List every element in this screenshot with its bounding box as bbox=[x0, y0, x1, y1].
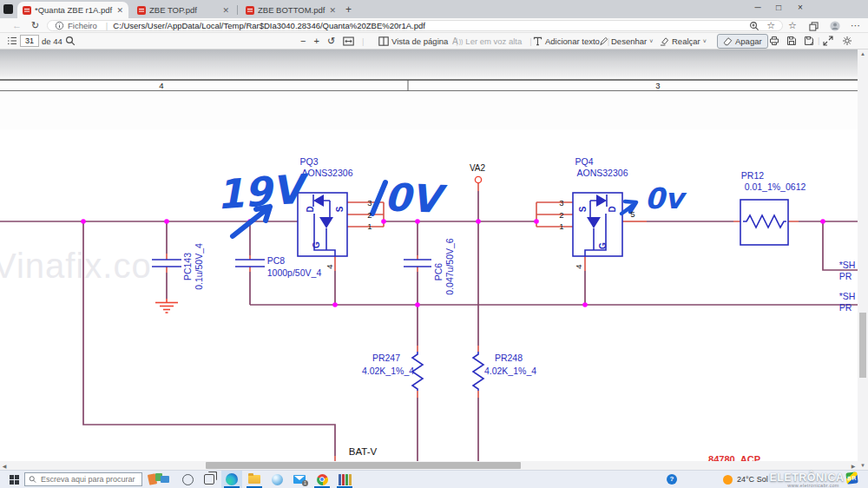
read-aloud-button[interactable]: A)) Ler em voz alta | bbox=[452, 33, 532, 49]
chevron-down-icon[interactable]: ˅ bbox=[703, 38, 707, 44]
tab-title: ZBE TOP.pdf bbox=[149, 5, 219, 15]
search-icon[interactable] bbox=[65, 36, 76, 46]
save-icon[interactable] bbox=[786, 36, 797, 46]
draw-label: Desenhar bbox=[611, 36, 647, 46]
highlighter-icon bbox=[660, 36, 669, 46]
zoom-page-icon[interactable] bbox=[749, 21, 760, 31]
scroll-left-arrow[interactable]: ◀ bbox=[0, 463, 9, 469]
taskbar-browser-sphere[interactable] bbox=[266, 471, 287, 488]
weather-button[interactable] bbox=[720, 471, 734, 488]
zoom-out-button[interactable]: − bbox=[300, 36, 306, 46]
vertical-scrollbar[interactable]: ▲ ▼ bbox=[858, 49, 868, 470]
scroll-up-arrow[interactable]: ▲ bbox=[858, 51, 868, 56]
taskbar-chrome[interactable] bbox=[312, 471, 332, 488]
cortana-button[interactable] bbox=[177, 471, 198, 488]
favorites-bar-icon[interactable]: ☆ bbox=[788, 20, 797, 31]
windows-logo-icon bbox=[10, 475, 19, 485]
taskbar-edge[interactable] bbox=[221, 471, 242, 488]
page-number-input[interactable] bbox=[20, 35, 39, 47]
collections-icon[interactable] bbox=[809, 22, 819, 31]
rotate-icon[interactable]: ↺ bbox=[327, 36, 335, 47]
toc-icon[interactable] bbox=[7, 36, 17, 46]
br-cube-logo: BR bbox=[845, 472, 858, 484]
highlight-button[interactable]: Realçar ˅ bbox=[660, 33, 707, 49]
winrar-icon bbox=[339, 474, 352, 485]
page-view-button[interactable]: Vista de página | bbox=[378, 33, 458, 49]
back-icon[interactable]: ← bbox=[12, 20, 22, 30]
read-aloud-icon: A bbox=[452, 36, 458, 46]
tab-zbe-top[interactable]: ZBE TOP.pdf ✕ bbox=[132, 2, 234, 18]
sphere-icon bbox=[272, 474, 283, 485]
page-view-label: Vista de página bbox=[391, 36, 448, 46]
window-menu-icon[interactable] bbox=[3, 4, 13, 14]
eletronica-br-watermark: ELETRÔNICA BR www.eletronicabr.com bbox=[759, 471, 868, 488]
eraser-icon bbox=[723, 36, 733, 46]
scroll-right-arrow[interactable]: ▶ bbox=[849, 463, 858, 469]
horizontal-scroll-thumb[interactable] bbox=[206, 462, 521, 469]
favorite-star-icon[interactable]: ☆ bbox=[766, 20, 775, 31]
tray-help-button[interactable]: ? bbox=[663, 471, 681, 488]
taskbar-mail[interactable]: 1 bbox=[289, 471, 310, 488]
tab-close-icon[interactable]: ✕ bbox=[222, 6, 229, 15]
save-as-icon[interactable] bbox=[804, 36, 814, 46]
search-input[interactable] bbox=[39, 474, 138, 485]
taskbar-winrar[interactable] bbox=[334, 471, 355, 488]
ink-text-0v-left: 0V bbox=[384, 175, 441, 221]
new-tab-button[interactable]: + bbox=[345, 3, 352, 16]
chevron-down-icon[interactable]: ˅ bbox=[649, 38, 653, 44]
tab-close-icon[interactable]: ✕ bbox=[116, 6, 123, 15]
scroll-down-arrow[interactable]: ▼ bbox=[858, 463, 868, 468]
close-button[interactable]: × bbox=[794, 3, 806, 12]
minimize-button[interactable]: ─ bbox=[752, 3, 764, 12]
more-menu-icon[interactable]: ⋯ bbox=[851, 20, 861, 31]
watermark-subtext: www.eletronicabr.com bbox=[787, 483, 839, 488]
cortana-icon bbox=[182, 474, 194, 485]
erase-button[interactable]: Apagar bbox=[717, 34, 768, 49]
vinafix-watermark: Vinafix.co bbox=[0, 247, 152, 286]
profile-avatar[interactable] bbox=[830, 21, 840, 31]
tab-title: ZBE BOTTOM.pdf bbox=[258, 5, 326, 15]
ink-text-19v: 19V bbox=[214, 166, 304, 219]
sun-icon bbox=[723, 475, 733, 485]
pdf-file-icon bbox=[23, 6, 31, 15]
page-view-icon bbox=[378, 36, 389, 46]
taskbar-search[interactable] bbox=[24, 472, 142, 486]
tab-close-icon[interactable]: ✕ bbox=[329, 6, 336, 15]
tab-quanta-zbe[interactable]: *Quanta ZBE r1A.pdf ✕ bbox=[17, 2, 128, 18]
folder-icon bbox=[248, 475, 260, 484]
mail-badge: 1 bbox=[302, 480, 308, 486]
tab-zbe-bottom[interactable]: ZBE BOTTOM.pdf ✕ bbox=[240, 2, 341, 18]
refresh-icon[interactable]: ↻ bbox=[31, 20, 39, 31]
task-view-button[interactable] bbox=[199, 471, 220, 488]
page-total-label: de 44 bbox=[42, 36, 62, 46]
browser-tab-bar: *Quanta ZBE r1A.pdf ✕ ZBE TOP.pdf ✕ ZBE … bbox=[0, 0, 868, 18]
print-icon[interactable] bbox=[769, 36, 779, 46]
horizontal-scrollbar[interactable]: ◀ ▶ bbox=[0, 461, 858, 470]
info-icon bbox=[55, 21, 64, 30]
zoom-in-button[interactable]: + bbox=[313, 36, 319, 46]
tab-divider bbox=[237, 5, 238, 15]
watermark-title: ELETRÔNICA bbox=[769, 472, 844, 484]
erase-label: Apagar bbox=[735, 36, 762, 46]
highlight-label: Realçar bbox=[672, 36, 700, 46]
fullscreen-icon[interactable] bbox=[823, 36, 833, 46]
browser-address-bar: ← ↻ Ficheiro | C:/Users/User/AppData/Loc… bbox=[0, 18, 868, 33]
vertical-scroll-thumb[interactable] bbox=[859, 313, 866, 378]
add-text-icon bbox=[533, 36, 542, 46]
pdf-content-area[interactable]: Vinafix.co bbox=[0, 49, 868, 461]
url-field[interactable]: Ficheiro | C:/Users/User/AppData/Local/T… bbox=[47, 20, 783, 31]
fit-width-icon[interactable] bbox=[343, 36, 354, 46]
taskbar-file-explorer[interactable] bbox=[244, 471, 265, 488]
url-scheme-label: Ficheiro bbox=[68, 21, 97, 30]
help-icon: ? bbox=[667, 474, 677, 485]
start-button[interactable] bbox=[5, 471, 23, 488]
edge-icon bbox=[226, 473, 238, 485]
chrome-icon bbox=[317, 474, 328, 485]
pdf-file-icon bbox=[137, 6, 146, 15]
pdf-toolbar: de 44 − + ↺ | Vista de página | bbox=[0, 33, 868, 49]
settings-gear-icon[interactable] bbox=[842, 36, 852, 46]
url-text: C:/Users/User/AppData/Local/Temp/Rar$DIa… bbox=[113, 21, 749, 30]
widgets-button[interactable] bbox=[146, 471, 172, 488]
draw-button[interactable]: Desenhar ˅ bbox=[599, 33, 653, 49]
maximize-button[interactable]: □ bbox=[773, 3, 785, 12]
